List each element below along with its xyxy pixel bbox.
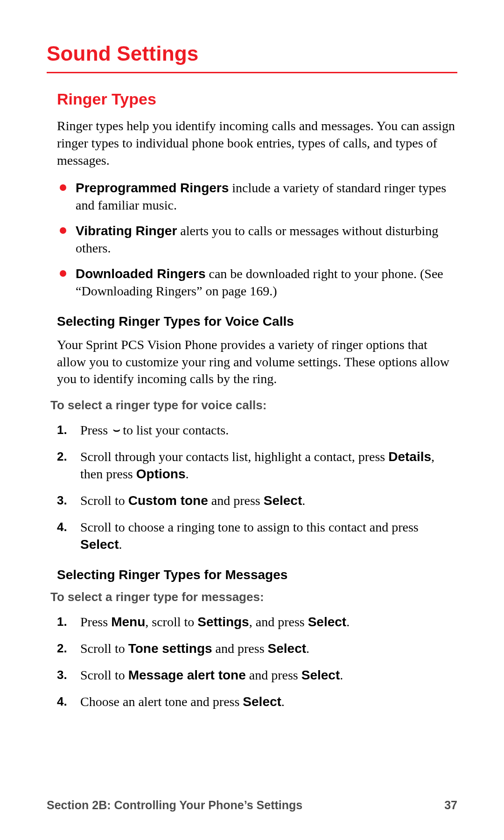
bullet-bold: Preprogrammed Ringers	[76, 181, 229, 195]
footer-page-number: 37	[444, 798, 457, 812]
step: Scroll to Message alert tone and press S…	[57, 667, 457, 684]
messages-steps: Press Menu, scroll to Settings, and pres…	[57, 614, 457, 711]
step-text: , and press	[249, 615, 308, 629]
page-footer: Section 2B: Controlling Your Phone’s Set…	[47, 798, 457, 812]
step: Scroll to Custom tone and press Select.	[57, 492, 457, 510]
step-bold: Select	[243, 694, 281, 709]
page-title: Sound Settings	[47, 42, 457, 73]
voice-intro: Your Sprint PCS Vision Phone provides a …	[57, 336, 457, 388]
step: Choose an alert tone and press Select.	[57, 693, 457, 711]
subsection-heading-voice: Selecting Ringer Types for Voice Calls	[57, 314, 457, 329]
step-text: Press	[80, 615, 111, 629]
bullet-list: Preprogrammed Ringers include a variety …	[57, 180, 457, 300]
list-item: Vibrating Ringer alerts you to calls or …	[57, 223, 457, 257]
list-item: Downloaded Ringers can be downloaded rig…	[57, 266, 457, 300]
step: Scroll through your contacts list, highl…	[57, 448, 457, 483]
footer-section-label: Section 2B: Controlling Your Phone’s Set…	[47, 798, 302, 812]
step-text: and press	[208, 493, 264, 508]
step-text: .	[340, 668, 343, 682]
step-text: .	[119, 537, 122, 552]
step: Scroll to Tone settings and press Select…	[57, 640, 457, 658]
step-bold: Select	[80, 537, 119, 552]
step-bold: Custom tone	[128, 493, 208, 508]
step-text: Scroll through your contacts list, highl…	[80, 449, 388, 464]
step-bold: Select	[308, 615, 347, 629]
section-intro: Ringer types help you identify incoming …	[57, 118, 457, 169]
step: Press Menu, scroll to Settings, and pres…	[57, 614, 457, 631]
step-bold: Options	[136, 467, 186, 481]
step-bold: Menu	[111, 615, 145, 629]
step-bold: Settings	[197, 615, 249, 629]
voice-steps: Press ⌣ to list your contacts. Scroll th…	[57, 422, 457, 553]
step-text: Scroll to	[80, 668, 128, 682]
step-text: , scroll to	[145, 615, 197, 629]
step-text: .	[186, 467, 189, 481]
step-text: to list your contacts.	[119, 423, 229, 437]
messages-leadin: To select a ringer type for messages:	[50, 590, 457, 604]
step-text: Scroll to	[80, 493, 128, 508]
step-text: .	[346, 615, 350, 629]
manual-page: Sound Settings Ringer Types Ringer types…	[0, 0, 504, 840]
step-text: Press	[80, 423, 111, 437]
step-bold: Message alert tone	[128, 668, 246, 682]
step-text: .	[306, 641, 309, 656]
step: Scroll to choose a ringing tone to assig…	[57, 519, 457, 553]
step-bold: Details	[388, 449, 431, 464]
step-bold: Select	[301, 668, 340, 682]
bullet-bold: Downloaded Ringers	[76, 266, 205, 281]
list-item: Preprogrammed Ringers include a variety …	[57, 180, 457, 214]
section-heading: Ringer Types	[57, 90, 457, 108]
step-text: Scroll to	[80, 641, 128, 656]
step-bold: Tone settings	[128, 641, 212, 656]
step-text: .	[302, 493, 305, 508]
subsection-heading-messages: Selecting Ringer Types for Messages	[57, 567, 457, 582]
step-text: Choose an alert tone and press	[80, 694, 243, 709]
voice-leadin: To select a ringer type for voice calls:	[50, 398, 457, 413]
step-text: and press	[246, 668, 301, 682]
step-text: Scroll to choose a ringing tone to assig…	[80, 520, 419, 534]
step-bold: Select	[264, 493, 302, 508]
step-text: .	[281, 694, 285, 709]
step-text: and press	[212, 641, 268, 656]
step: Press ⌣ to list your contacts.	[57, 422, 457, 439]
step-bold: Select	[268, 641, 307, 656]
bullet-bold: Vibrating Ringer	[76, 224, 177, 238]
